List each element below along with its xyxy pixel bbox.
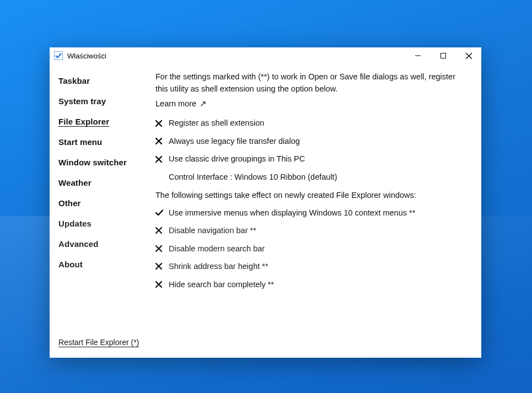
maximize-button[interactable] [431, 47, 456, 64]
close-button[interactable] [456, 47, 481, 64]
restart-file-explorer-link[interactable]: Restart File Explorer (*) [57, 336, 150, 350]
x-icon [155, 138, 169, 144]
setting-row[interactable]: Shrink address bar height ** [155, 257, 474, 275]
content-pane: For the settings marked with (**) to wor… [150, 67, 474, 350]
external-link-icon: ↗ [197, 99, 207, 108]
sidebar-item-file-explorer[interactable]: File Explorer [57, 111, 150, 132]
learn-more-label: Learn more [155, 99, 196, 108]
sidebar-item-advanced[interactable]: Advanced [57, 234, 150, 254]
svg-rect-2 [441, 53, 446, 58]
setting-row[interactable]: Disable navigation bar ** [155, 222, 474, 239]
setting-row[interactable]: Always use legacy file transfer dialog [155, 132, 474, 150]
setting-label: Use classic drive groupings in This PC [169, 153, 305, 165]
setting-label: Disable modern search bar [169, 243, 265, 255]
setting-row[interactable]: Disable modern search bar [155, 240, 474, 257]
x-icon [155, 120, 169, 127]
properties-window: Właściwości TaskbarSystem trayFile Explo… [50, 47, 481, 358]
titlebar[interactable]: Właściwości [50, 47, 481, 64]
sidebar-item-system-tray[interactable]: System tray [57, 91, 150, 111]
sidebar-item-window-switcher[interactable]: Window switcher [57, 152, 150, 173]
minimize-button[interactable] [405, 47, 431, 64]
x-icon [155, 227, 169, 234]
svg-rect-0 [55, 52, 63, 60]
setting-label: Shrink address bar height ** [169, 260, 268, 272]
setting-label: Control Interface : Windows 10 Ribbon (d… [169, 171, 337, 183]
setting-label: Always use legacy file transfer dialog [169, 135, 300, 147]
sidebar-item-start-menu[interactable]: Start menu [57, 132, 150, 152]
check-icon [155, 209, 169, 217]
setting-row[interactable]: Use classic drive groupings in This PC [155, 150, 474, 168]
app-icon [54, 51, 63, 60]
setting-label: Register as shell extension [169, 117, 264, 129]
sidebar-item-other[interactable]: Other [57, 193, 150, 213]
window-controls [405, 47, 481, 64]
x-icon [155, 263, 169, 270]
setting-row[interactable]: Use immersive menus when displaying Wind… [155, 204, 474, 222]
sidebar: TaskbarSystem trayFile ExplorerStart men… [57, 67, 150, 350]
setting-label: Disable navigation bar ** [169, 224, 256, 236]
intro-text: For the settings marked with (**) to wor… [155, 71, 464, 95]
x-icon [155, 281, 169, 288]
section-note: The following settings take effect on ne… [155, 186, 474, 203]
sidebar-item-about[interactable]: About [57, 254, 150, 274]
setting-row[interactable]: Register as shell extension [155, 114, 474, 132]
window-title: Właściwości [67, 52, 106, 60]
desktop-background: Właściwości TaskbarSystem trayFile Explo… [0, 0, 532, 393]
x-icon [155, 245, 169, 252]
sidebar-item-updates[interactable]: Updates [57, 213, 150, 234]
learn-more-link[interactable]: Learn more ↗ [155, 98, 207, 110]
setting-label: Use immersive menus when displaying Wind… [169, 207, 415, 219]
x-icon [155, 156, 169, 163]
sidebar-item-taskbar[interactable]: Taskbar [57, 71, 150, 91]
setting-label: Hide search bar completely ** [169, 278, 274, 290]
sidebar-item-weather[interactable]: Weather [57, 173, 150, 193]
setting-row[interactable]: Control Interface : Windows 10 Ribbon (d… [155, 168, 474, 186]
setting-row[interactable]: Hide search bar completely ** [155, 276, 474, 293]
